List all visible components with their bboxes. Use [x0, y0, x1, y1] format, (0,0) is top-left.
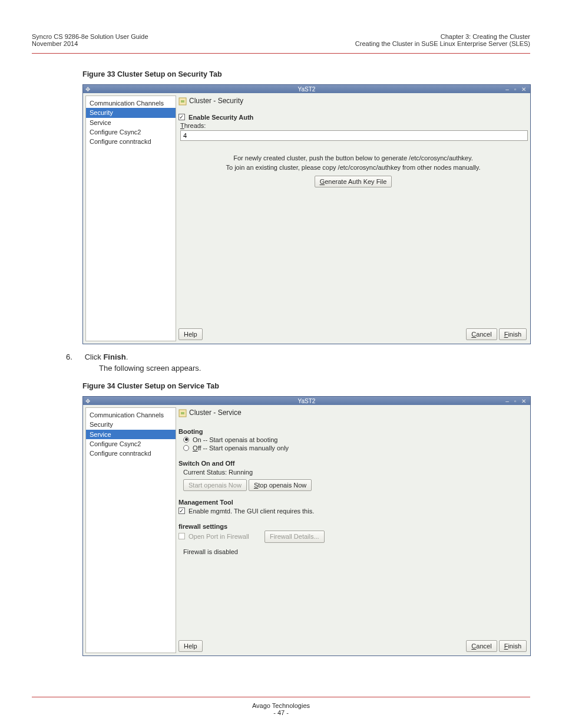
- step-6-suffix: .: [126, 353, 128, 361]
- header-date: November 2014: [32, 40, 148, 47]
- cancel-button[interactable]: Cancel: [466, 328, 497, 340]
- sidebar-item-csync2[interactable]: Configure Csync2: [86, 127, 176, 137]
- step-6-bold: Finish: [103, 353, 125, 361]
- sidebar-item-conntrackd[interactable]: Configure conntrackd: [86, 449, 176, 458]
- header-rule: [32, 53, 530, 54]
- sidebar-item-comm[interactable]: Communication Channels: [86, 98, 176, 108]
- threads-label: Threads:: [180, 121, 528, 130]
- start-openais-button: Start openais Now: [183, 479, 247, 491]
- panel-heading: Cluster - Service: [178, 407, 528, 421]
- yast-icon: [178, 97, 187, 106]
- sidebar-item-csync2[interactable]: Configure Csync2: [86, 439, 176, 449]
- footer-page-number: - 47 -: [32, 709, 530, 716]
- sidebar[interactable]: Communication Channels Security Service …: [85, 95, 176, 341]
- generate-authkey-button[interactable]: Generate Auth Key File: [315, 176, 392, 187]
- window-title: YaST2: [298, 85, 316, 93]
- switch-label: Switch On and Off: [178, 459, 528, 467]
- instruction-line-2: To join an existing cluster, please copy…: [178, 163, 528, 172]
- boot-on-label: On -- Start openais at booting: [193, 436, 277, 443]
- instruction-block: For newly created cluster, push the butt…: [178, 154, 528, 187]
- firewall-cb-label: Open Port in Firewall: [189, 533, 249, 540]
- current-status: Current Status: Running: [183, 468, 528, 476]
- window-controls[interactable]: – ▫ ✕: [505, 85, 528, 93]
- boot-off-label: Off -- Start openais manually only: [193, 444, 289, 452]
- step-6-number: 6.: [66, 353, 82, 361]
- figure-33-caption: Figure 33 Cluster Setup on Security Tab: [82, 70, 530, 78]
- main-panel: Cluster - Security Enable Security Auth …: [178, 95, 528, 341]
- sidebar-item-security[interactable]: Security: [86, 420, 176, 429]
- help-button[interactable]: Help: [178, 328, 203, 340]
- finish-button[interactable]: Finish: [499, 640, 527, 652]
- step-6: 6. Click Finish.: [82, 353, 530, 361]
- move-icon: ✥: [85, 397, 90, 405]
- mgmt-label: Management Tool: [178, 498, 528, 506]
- instruction-line-1: For newly created cluster, push the butt…: [178, 154, 528, 162]
- firewall-label: firewall settings: [178, 522, 528, 531]
- enable-auth-checkbox[interactable]: [178, 114, 185, 120]
- cancel-button[interactable]: Cancel: [466, 640, 497, 652]
- sidebar-item-conntrackd[interactable]: Configure conntrackd: [86, 137, 176, 146]
- firewall-details-button: Firewall Details...: [265, 531, 325, 542]
- firewall-port-checkbox: [178, 533, 185, 539]
- sidebar-item-service[interactable]: Service: [86, 118, 176, 127]
- boot-off-radio[interactable]: [183, 445, 189, 451]
- header-section: Creating the Cluster in SuSE Linux Enter…: [355, 40, 530, 47]
- footer-rule: [32, 697, 530, 697]
- svg-rect-3: [181, 412, 184, 414]
- bottom-button-bar: Help Cancel Finish: [178, 328, 527, 340]
- firewall-status: Firewall is disabled: [183, 548, 528, 556]
- header-title-left: Syncro CS 9286-8e Solution User Guide: [32, 33, 148, 40]
- page-footer: Avago Technologies - 47 -: [32, 691, 530, 716]
- header-chapter: Chapter 3: Creating the Cluster: [355, 33, 530, 40]
- mgmt-cb-label: Enable mgmtd. The GUI client requires th…: [189, 508, 314, 515]
- yast-window-security: ✥ YaST2 – ▫ ✕ Communication Channels Sec…: [82, 84, 531, 344]
- sidebar[interactable]: Communication Channels Security Service …: [85, 407, 176, 653]
- help-button[interactable]: Help: [178, 640, 203, 652]
- move-icon: ✥: [85, 85, 90, 93]
- sidebar-item-comm[interactable]: Communication Channels: [86, 410, 176, 420]
- figure-34-caption: Figure 34 Cluster Setup on Service Tab: [82, 382, 530, 390]
- window-title: YaST2: [298, 397, 316, 405]
- enable-auth-label: Enable Security Auth: [189, 114, 253, 121]
- finish-button[interactable]: Finish: [499, 328, 527, 340]
- booting-label: Booting: [178, 427, 528, 436]
- boot-on-radio[interactable]: [183, 437, 189, 443]
- bottom-button-bar: Help Cancel Finish: [178, 640, 527, 652]
- yast-window-service: ✥ YaST2 – ▫ ✕ Communication Channels Sec…: [82, 396, 531, 656]
- titlebar[interactable]: ✥ YaST2 – ▫ ✕: [83, 397, 530, 405]
- window-controls[interactable]: – ▫ ✕: [505, 397, 528, 405]
- threads-input[interactable]: [180, 130, 528, 141]
- svg-rect-1: [181, 100, 184, 103]
- yast-icon: [178, 409, 187, 417]
- main-panel: Cluster - Service Booting On -- Start op…: [178, 407, 528, 653]
- step-6-prefix: Click: [85, 353, 104, 361]
- panel-heading: Cluster - Security: [178, 95, 528, 110]
- sidebar-item-service[interactable]: Service: [86, 430, 176, 439]
- mgmt-checkbox[interactable]: [178, 508, 185, 514]
- titlebar[interactable]: ✥ YaST2 – ▫ ✕: [83, 85, 530, 93]
- page-header: Syncro CS 9286-8e Solution User Guide No…: [32, 33, 530, 47]
- footer-company: Avago Technologies: [32, 702, 530, 709]
- sidebar-item-security[interactable]: Security: [86, 108, 176, 117]
- document-page: Syncro CS 9286-8e Solution User Guide No…: [0, 0, 562, 728]
- step-6-description: The following screen appears.: [99, 364, 530, 373]
- stop-openais-button[interactable]: Stop openais Now: [249, 479, 312, 491]
